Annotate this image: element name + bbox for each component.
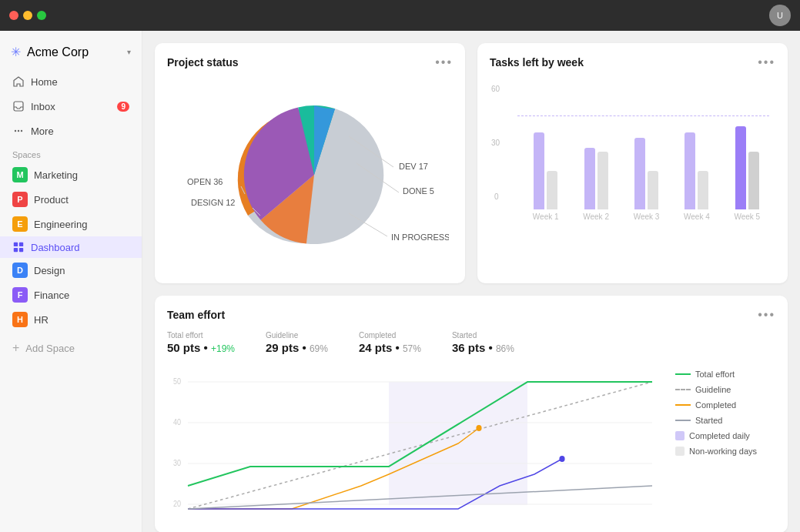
sidebar-item-hr[interactable]: H HR <box>0 307 142 332</box>
bars-container <box>517 86 775 209</box>
legend-box-icon <box>675 431 685 440</box>
card-title: Tasks left by week <box>490 56 584 69</box>
bar-gray <box>698 171 708 209</box>
sidebar-item-design[interactable]: D Design <box>0 258 142 283</box>
brand-icon: ✳ <box>11 45 21 59</box>
space-label: HR <box>34 314 49 326</box>
project-status-card: Project status ••• <box>155 43 465 283</box>
legend-label: Non-working days <box>689 447 757 456</box>
sidebar-item-product[interactable]: P Product <box>0 187 142 212</box>
dashboard-icon <box>12 241 25 253</box>
effort-stats: Total effort 50 pts • +19% Guideline 29 … <box>167 331 775 354</box>
svg-text:50: 50 <box>173 377 181 386</box>
card-header: Tasks left by week ••• <box>490 55 775 69</box>
space-label: Marketing <box>34 169 78 181</box>
x-label-week5: Week 5 <box>725 212 769 221</box>
x-label-week4: Week 4 <box>674 212 718 221</box>
legend-label: Completed <box>695 400 736 410</box>
home-icon <box>12 75 25 88</box>
card-menu-button[interactable]: ••• <box>758 55 775 69</box>
in-progress-label: IN PROGRESS 5 <box>391 233 449 242</box>
svg-text:20: 20 <box>173 500 181 509</box>
space-icon: D <box>12 263 28 278</box>
effort-svg: 50 40 30 20 <box>167 366 666 520</box>
week5-group <box>725 86 769 209</box>
spaces-label: Spaces <box>0 142 142 162</box>
legend-label: Completed daily <box>689 431 750 440</box>
inbox-icon <box>12 100 25 112</box>
bar-gray <box>547 171 557 209</box>
add-space-button[interactable]: + Add Space <box>0 335 142 361</box>
space-icon: M <box>12 167 28 182</box>
team-effort-card: Team effort ••• Total effort 50 pts • +1… <box>155 296 788 532</box>
minimize-button[interactable] <box>23 11 32 20</box>
maximize-button[interactable] <box>37 11 46 20</box>
main-content: Project status ••• <box>142 31 800 532</box>
bar-purple <box>685 132 695 209</box>
legend-line-icon <box>675 420 691 421</box>
svg-text:30: 30 <box>173 459 181 468</box>
effort-legend: Total effort Guideline Completed Started… <box>675 366 775 520</box>
card-header: Team effort ••• <box>167 308 775 322</box>
sidebar-item-home[interactable]: Home <box>6 70 136 93</box>
stat-value: 29 pts • 69% <box>266 341 328 354</box>
bar-purple <box>534 132 544 209</box>
legend-completed-daily: Completed daily <box>675 431 775 440</box>
spaces-list: M Marketing P Product E Engineering Dash… <box>0 162 142 332</box>
svg-rect-6 <box>14 248 18 252</box>
space-icon: H <box>12 312 28 327</box>
legend-label: Guideline <box>695 385 731 394</box>
card-title: Project status <box>167 56 239 69</box>
pie-chart-container: DEV 17 DONE 5 IN PROGRESS 5 OPEN 36 DESI… <box>167 79 453 271</box>
space-label: Finance <box>34 289 69 301</box>
svg-rect-4 <box>14 243 18 246</box>
svg-point-1 <box>15 130 16 132</box>
stat-change: +19% <box>211 343 235 354</box>
stat-label: Completed <box>359 331 421 340</box>
close-button[interactable] <box>9 11 18 20</box>
sidebar-item-marketing[interactable]: M Marketing <box>0 162 142 187</box>
stat-value: 36 pts • 86% <box>452 341 514 354</box>
stat-guideline: Guideline 29 pts • 69% <box>266 331 328 354</box>
legend-box-icon <box>675 447 685 456</box>
sidebar: ✳ Acme Corp ▾ Home Inbox 9 More Spaces <box>0 31 142 532</box>
completed-dot <box>476 425 481 431</box>
done-label: DONE 5 <box>403 186 434 196</box>
legend-non-working: Non-working days <box>675 447 775 456</box>
sidebar-item-inbox[interactable]: Inbox 9 <box>6 95 136 118</box>
x-label-week2: Week 2 <box>574 212 618 221</box>
card-menu-button[interactable]: ••• <box>435 55 453 69</box>
x-label-week1: Week 1 <box>524 212 567 221</box>
svg-rect-5 <box>19 243 23 246</box>
brand-name: Acme Corp <box>27 45 89 59</box>
bar-purple-dark <box>735 126 746 209</box>
brand[interactable]: ✳ Acme Corp ▾ <box>0 40 142 70</box>
space-label: Design <box>34 265 65 276</box>
sidebar-item-label: Home <box>31 76 58 88</box>
bar-gray <box>648 171 658 209</box>
avatar[interactable]: U <box>769 5 791 26</box>
legend-line-icon <box>675 373 691 375</box>
inbox-badge: 9 <box>117 102 129 112</box>
svg-point-3 <box>21 130 22 132</box>
sidebar-item-dashboard[interactable]: Dashboard <box>0 236 142 258</box>
pie-chart: DEV 17 DONE 5 IN PROGRESS 5 OPEN 36 DESI… <box>172 86 449 263</box>
traffic-lights <box>9 11 46 20</box>
card-menu-button[interactable]: ••• <box>758 308 775 322</box>
effort-chart-wrapper: 50 40 30 20 <box>167 366 775 520</box>
y-label-60: 60 <box>491 85 500 93</box>
started-dot <box>559 456 564 462</box>
space-icon: P <box>12 192 28 207</box>
week2-group <box>574 86 618 209</box>
card-header: Project status ••• <box>167 55 453 69</box>
stat-label: Started <box>452 331 514 340</box>
sidebar-item-engineering[interactable]: E Engineering <box>0 212 142 236</box>
svg-text:40: 40 <box>173 418 181 427</box>
dev-label: DEV 17 <box>399 162 428 171</box>
legend-label: Total effort <box>695 370 735 379</box>
legend-completed: Completed <box>675 400 775 410</box>
bar-gray <box>597 152 608 209</box>
bar-gray <box>748 152 759 209</box>
sidebar-item-more[interactable]: More <box>6 119 136 142</box>
sidebar-item-finance[interactable]: F Finance <box>0 283 142 307</box>
